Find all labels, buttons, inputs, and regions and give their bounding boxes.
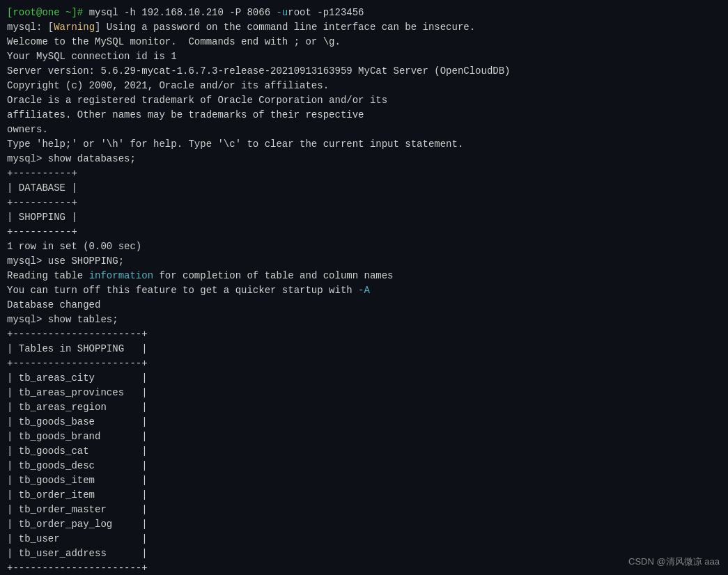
terminal-line: | tb_user_address | <box>7 546 721 561</box>
terminal-line: mysql: [Warning] Using a password on the… <box>7 20 721 35</box>
terminal-line: Oracle is a registered trademark of Orac… <box>7 93 721 108</box>
terminal-line: +----------+ <box>7 225 721 239</box>
terminal-line: | SHOPPING | <box>7 210 721 225</box>
terminal-line: mysql> show tables; <box>7 313 721 327</box>
terminal-line: Copyright (c) 2000, 2021, Oracle and/or … <box>7 79 721 93</box>
terminal-line: You can turn off this feature to get a q… <box>7 283 721 298</box>
terminal-line: | tb_goods_item | <box>7 473 721 488</box>
terminal-line: | tb_areas_city | <box>7 371 721 386</box>
terminal-line: | tb_goods_cat | <box>7 444 721 459</box>
terminal-line: Reading table information for completion… <box>7 269 721 283</box>
terminal-line: Server version: 5.6.29-mycat-1.6.7.3-rel… <box>7 64 721 79</box>
terminal-line: | tb_user | <box>7 532 721 546</box>
terminal-line: Type 'help;' or '\h' for help. Type '\c'… <box>7 137 721 152</box>
terminal-line: Welcome to the MySQL monitor. Commands e… <box>7 35 721 49</box>
terminal-line: | tb_goods_base | <box>7 415 721 430</box>
terminal-line: +----------------------+ <box>7 561 721 575</box>
terminal-line: +----------+ <box>7 166 721 181</box>
terminal-line: | tb_goods_brand | <box>7 430 721 444</box>
terminal-line: | tb_areas_region | <box>7 400 721 415</box>
terminal-line: | tb_order_item | <box>7 488 721 503</box>
terminal-line: | tb_order_pay_log | <box>7 517 721 532</box>
terminal-line: +----------+ <box>7 196 721 210</box>
terminal-line: mysql> show databases; <box>7 152 721 166</box>
terminal-line: | tb_order_master | <box>7 503 721 517</box>
terminal-line: +----------------------+ <box>7 327 721 342</box>
terminal-line: Database changed <box>7 298 721 313</box>
terminal-line: mysql> use SHOPPING; <box>7 254 721 269</box>
terminal-line: Your MySQL connection id is 1 <box>7 49 721 64</box>
terminal-line: | Tables in SHOPPING | <box>7 342 721 356</box>
terminal-line: | tb_areas_provinces | <box>7 386 721 400</box>
terminal-line: 1 row in set (0.00 sec) <box>7 239 721 254</box>
terminal-line: | DATABASE | <box>7 181 721 196</box>
watermark: CSDN @清风微凉 aaa <box>628 556 720 568</box>
terminal-line: | tb_goods_desc | <box>7 459 721 473</box>
terminal-line: owners. <box>7 123 721 137</box>
terminal-window: [root@one ~]# mysql -h 192.168.10.210 -P… <box>0 0 728 575</box>
terminal-line: [root@one ~]# mysql -h 192.168.10.210 -P… <box>7 6 721 20</box>
terminal-output: [root@one ~]# mysql -h 192.168.10.210 -P… <box>7 6 721 575</box>
terminal-line: +----------------------+ <box>7 356 721 371</box>
terminal-line: affiliates. Other names may be trademark… <box>7 108 721 123</box>
